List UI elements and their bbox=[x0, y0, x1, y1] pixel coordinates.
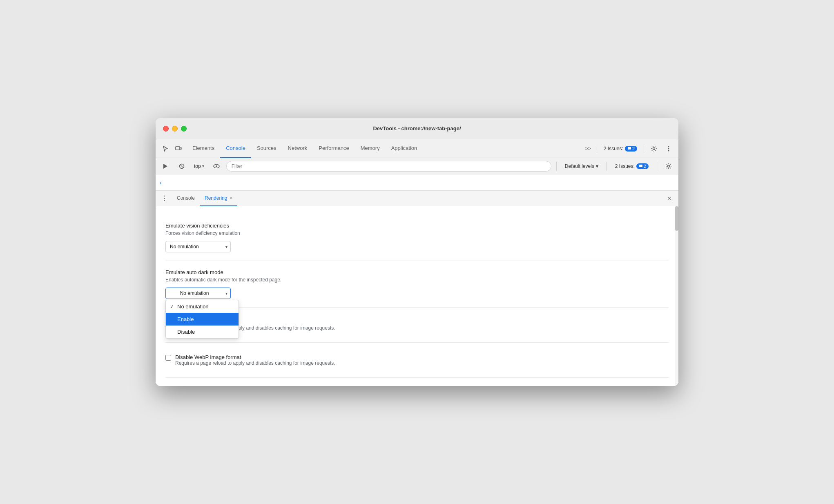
dropdown-item-enable[interactable]: Enable bbox=[166, 313, 239, 326]
webp-desc: Requires a page reload to apply and disa… bbox=[175, 360, 335, 366]
vision-title: Emulate vision deficiencies bbox=[165, 223, 669, 229]
tab-performance[interactable]: Performance bbox=[313, 139, 355, 158]
eye-button[interactable] bbox=[210, 160, 223, 173]
inspect-element-button[interactable] bbox=[159, 142, 172, 155]
message-icon-2 bbox=[639, 164, 643, 168]
issues-button[interactable]: 2 Issues: 2 bbox=[600, 144, 640, 153]
console-prompt[interactable]: › bbox=[160, 179, 162, 186]
toolbar-right: >> 2 Issues: 2 bbox=[583, 142, 675, 155]
svg-rect-0 bbox=[176, 147, 180, 150]
tab-application[interactable]: Application bbox=[386, 139, 423, 158]
console-settings-button[interactable] bbox=[662, 160, 675, 173]
play-icon bbox=[163, 163, 168, 169]
svg-point-4 bbox=[668, 146, 669, 147]
svg-point-5 bbox=[668, 148, 669, 149]
traffic-lights bbox=[163, 126, 187, 132]
devtools-window: DevTools - chrome://new-tab-page/ Elemen… bbox=[156, 118, 678, 386]
dark-mode-desc: Enables automatic dark mode for the insp… bbox=[165, 277, 669, 283]
dark-mode-dropdown-button[interactable]: No emulation bbox=[165, 288, 231, 299]
issues-badge: 2 bbox=[625, 146, 637, 152]
svg-line-9 bbox=[180, 165, 183, 168]
dark-mode-dropdown-menu: No emulation Enable Disable bbox=[165, 300, 239, 339]
main-toolbar: Elements Console Sources Network Perform… bbox=[156, 139, 678, 158]
webp-label: Disable WebP image format bbox=[175, 354, 335, 360]
eye-icon bbox=[213, 164, 220, 168]
filter-input[interactable] bbox=[226, 161, 551, 172]
webp-section: Disable WebP image format Requires a pag… bbox=[165, 343, 669, 378]
secondary-toolbar: top ▾ Default levels ▾ 2 Issues: 2 bbox=[156, 158, 678, 174]
tab-network[interactable]: Network bbox=[282, 139, 313, 158]
svg-point-13 bbox=[668, 165, 670, 167]
close-rendering-tab[interactable]: × bbox=[230, 195, 232, 201]
vision-deficiencies-section: Emulate vision deficiencies Forces visio… bbox=[165, 214, 669, 261]
more-tabs-button[interactable]: >> bbox=[583, 144, 593, 153]
divider5 bbox=[657, 162, 657, 171]
webp-checkbox-row: Disable WebP image format Requires a pag… bbox=[165, 351, 669, 369]
minimize-button[interactable] bbox=[172, 126, 178, 132]
divider4 bbox=[607, 162, 607, 171]
dark-mode-section: Emulate auto dark mode Enables automatic… bbox=[165, 261, 669, 308]
scrollbar-thumb[interactable] bbox=[675, 206, 678, 231]
more-menu-button[interactable] bbox=[662, 142, 675, 155]
tab-elements[interactable]: Elements bbox=[187, 139, 220, 158]
dropdown-item-disable[interactable]: Disable bbox=[166, 326, 239, 338]
clear-console-button[interactable] bbox=[175, 160, 188, 173]
default-levels-button[interactable]: Default levels ▾ bbox=[562, 162, 602, 171]
gear-icon bbox=[651, 145, 657, 152]
tab-console[interactable]: Console bbox=[220, 139, 251, 158]
main-nav-tabs: Elements Console Sources Network Perform… bbox=[185, 139, 583, 158]
run-script-button[interactable] bbox=[159, 160, 172, 173]
maximize-button[interactable] bbox=[181, 126, 187, 132]
dropdown-item-no-emulation[interactable]: No emulation bbox=[166, 300, 239, 313]
svg-point-6 bbox=[668, 150, 669, 151]
drawer-close-button[interactable]: × bbox=[664, 193, 675, 204]
svg-point-3 bbox=[653, 147, 655, 149]
console-output-area: › bbox=[156, 174, 678, 191]
secondary-issues-badge: 2 bbox=[636, 163, 649, 169]
device-icon bbox=[175, 145, 182, 152]
gear-icon-2 bbox=[665, 163, 672, 169]
message-icon bbox=[627, 147, 631, 151]
drawer-tab-rendering[interactable]: Rendering × bbox=[200, 191, 237, 206]
context-selector[interactable]: top ▾ bbox=[192, 160, 207, 173]
divider bbox=[597, 144, 597, 153]
cursor-icon bbox=[162, 145, 169, 152]
svg-rect-2 bbox=[628, 147, 631, 149]
divider2 bbox=[644, 144, 644, 153]
svg-point-11 bbox=[216, 165, 217, 167]
window-title: DevTools - chrome://new-tab-page/ bbox=[373, 125, 461, 132]
webp-checkbox[interactable] bbox=[165, 355, 171, 361]
dark-mode-dropdown-wrap: No emulation ▾ No emulation Enable Disab… bbox=[165, 288, 231, 299]
vision-select-wrap: No emulation Blurred vision Protanopia D… bbox=[165, 241, 231, 252]
scrollbar-track bbox=[675, 206, 678, 386]
drawer-menu-button[interactable]: ⋮ bbox=[159, 193, 170, 204]
settings-button[interactable] bbox=[647, 142, 660, 155]
svg-rect-1 bbox=[180, 147, 181, 149]
drawer-tab-console[interactable]: Console bbox=[172, 191, 200, 206]
tab-memory[interactable]: Memory bbox=[355, 139, 386, 158]
avif-section: Disable AVIF image format Requires a pag… bbox=[165, 308, 669, 343]
block-icon bbox=[179, 163, 185, 169]
divider3 bbox=[556, 162, 557, 171]
title-bar: DevTools - chrome://new-tab-page/ bbox=[156, 118, 678, 139]
svg-rect-12 bbox=[639, 165, 642, 167]
vision-desc: Forces vision deficiency emulation bbox=[165, 230, 669, 236]
avif-checkbox-row: Disable AVIF image format Requires a pag… bbox=[165, 316, 669, 334]
close-button[interactable] bbox=[163, 126, 169, 132]
dark-mode-title: Emulate auto dark mode bbox=[165, 269, 669, 275]
secondary-issues-button[interactable]: 2 Issues: 2 bbox=[612, 162, 652, 171]
drawer: ⋮ Console Rendering × × Emulate vision d… bbox=[156, 191, 678, 386]
rendering-panel: Emulate vision deficiencies Forces visio… bbox=[156, 206, 678, 386]
more-vertical-icon bbox=[665, 145, 672, 152]
svg-marker-7 bbox=[163, 164, 167, 169]
drawer-tab-bar: ⋮ Console Rendering × × bbox=[156, 191, 678, 206]
device-toggle-button[interactable] bbox=[172, 142, 185, 155]
filter-wrap bbox=[226, 161, 551, 172]
vision-select[interactable]: No emulation Blurred vision Protanopia D… bbox=[165, 241, 231, 252]
tab-sources[interactable]: Sources bbox=[251, 139, 282, 158]
